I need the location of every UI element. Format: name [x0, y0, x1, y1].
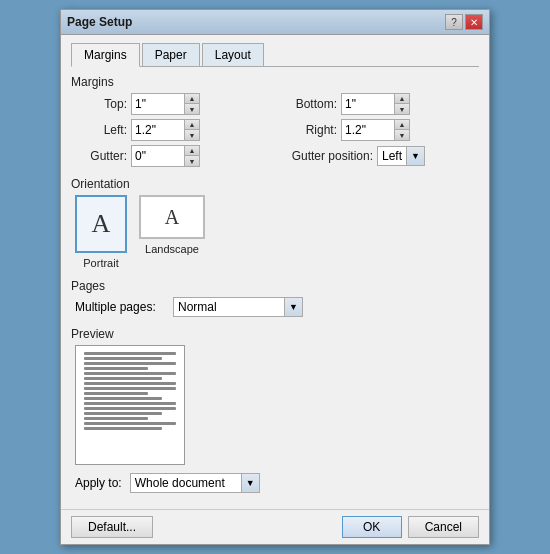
top-input[interactable]	[132, 94, 184, 114]
title-bar: Page Setup ? ✕	[61, 10, 489, 35]
default-button[interactable]: Default...	[71, 516, 153, 538]
multiple-pages-dropdown-arrow[interactable]: ▼	[284, 298, 302, 316]
top-spin-buttons: ▲ ▼	[184, 94, 199, 114]
apply-label: Apply to:	[75, 476, 122, 490]
preview-line-10	[84, 397, 162, 400]
gutter-pos-label: Gutter position:	[285, 149, 373, 163]
landscape-icon: A	[139, 195, 205, 239]
preview-line-6	[84, 377, 162, 380]
apply-dropdown[interactable]: Whole document ▼	[130, 473, 260, 493]
portrait-label: Portrait	[83, 257, 118, 269]
top-field-row: Top: ▲ ▼	[75, 93, 269, 115]
bottom-input[interactable]	[342, 94, 394, 114]
gutter-pos-value: Left	[378, 147, 406, 165]
close-button[interactable]: ✕	[465, 14, 483, 30]
cancel-button[interactable]: Cancel	[408, 516, 479, 538]
multiple-pages-dropdown[interactable]: Normal ▼	[173, 297, 303, 317]
bottom-spin-buttons: ▲ ▼	[394, 94, 409, 114]
preview-line-8	[84, 387, 176, 390]
preview-line-16	[84, 427, 162, 430]
orientation-label: Orientation	[71, 177, 479, 191]
gutter-spin-up[interactable]: ▲	[185, 146, 199, 156]
orientation-buttons: A Portrait A Landscape	[71, 195, 479, 269]
gutter-pos-dropdown-arrow[interactable]: ▼	[406, 147, 424, 165]
preview-line-2	[84, 357, 162, 360]
top-label: Top:	[75, 97, 127, 111]
gutter-label: Gutter:	[75, 149, 127, 163]
apply-dropdown-arrow[interactable]: ▼	[241, 474, 259, 492]
title-bar-controls: ? ✕	[445, 14, 483, 30]
gutter-spin-buttons: ▲ ▼	[184, 146, 199, 166]
right-label: Right:	[285, 123, 337, 137]
margins-grid: Top: ▲ ▼ Bottom: ▲ ▼	[71, 93, 479, 167]
preview-line-9	[84, 392, 148, 395]
preview-line-4	[84, 367, 148, 370]
preview-line-7	[84, 382, 176, 385]
multiple-pages-label: Multiple pages:	[75, 300, 165, 314]
bottom-spin: ▲ ▼	[341, 93, 410, 115]
landscape-a: A	[165, 206, 179, 229]
footer-right: OK Cancel	[342, 516, 479, 538]
page-setup-dialog: Page Setup ? ✕ Margins Paper Layout Marg…	[60, 9, 490, 545]
preview-line-14	[84, 417, 148, 420]
bottom-field-row: Bottom: ▲ ▼	[285, 93, 479, 115]
preview-line-1	[84, 352, 176, 355]
tab-paper[interactable]: Paper	[142, 43, 200, 66]
preview-line-15	[84, 422, 176, 425]
landscape-label: Landscape	[145, 243, 199, 255]
apply-value: Whole document	[131, 474, 241, 492]
preview-line-3	[84, 362, 176, 365]
left-field-row: Left: ▲ ▼	[75, 119, 269, 141]
preview-box	[75, 345, 185, 465]
gutter-pos-field-row: Gutter position: Left ▼	[285, 145, 479, 167]
gutter-spin-down[interactable]: ▼	[185, 156, 199, 166]
dialog-footer: Default... OK Cancel	[61, 509, 489, 544]
help-button[interactable]: ?	[445, 14, 463, 30]
pages-section: Pages Multiple pages: Normal ▼	[71, 279, 479, 317]
pages-section-label: Pages	[71, 279, 479, 293]
tab-margins[interactable]: Margins	[71, 43, 140, 67]
preview-section: Preview	[71, 327, 479, 465]
pages-row: Multiple pages: Normal ▼	[71, 297, 479, 317]
preview-line-11	[84, 402, 176, 405]
left-spin-buttons: ▲ ▼	[184, 120, 199, 140]
dialog-body: Margins Paper Layout Margins Top: ▲ ▼	[61, 35, 489, 509]
landscape-button[interactable]: A Landscape	[139, 195, 205, 269]
portrait-button[interactable]: A Portrait	[75, 195, 127, 269]
right-input[interactable]	[342, 120, 394, 140]
portrait-a: A	[92, 209, 111, 239]
gutter-field-row: Gutter: ▲ ▼	[75, 145, 269, 167]
left-input[interactable]	[132, 120, 184, 140]
bottom-spin-down[interactable]: ▼	[395, 104, 409, 114]
bottom-label: Bottom:	[285, 97, 337, 111]
left-spin-up[interactable]: ▲	[185, 120, 199, 130]
top-spin-down[interactable]: ▼	[185, 104, 199, 114]
top-spin-up[interactable]: ▲	[185, 94, 199, 104]
dialog-title: Page Setup	[67, 15, 132, 29]
right-spin: ▲ ▼	[341, 119, 410, 141]
right-spin-up[interactable]: ▲	[395, 120, 409, 130]
gutter-input[interactable]	[132, 146, 184, 166]
tabs: Margins Paper Layout	[71, 43, 479, 67]
left-spin: ▲ ▼	[131, 119, 200, 141]
portrait-icon: A	[75, 195, 127, 253]
gutter-spin: ▲ ▼	[131, 145, 200, 167]
orientation-section: Orientation A Portrait A Landscape	[71, 177, 479, 269]
margins-section-label: Margins	[71, 75, 479, 89]
preview-line-5	[84, 372, 176, 375]
tab-layout[interactable]: Layout	[202, 43, 264, 66]
right-spin-down[interactable]: ▼	[395, 130, 409, 140]
preview-line-12	[84, 407, 176, 410]
preview-line-13	[84, 412, 162, 415]
ok-button[interactable]: OK	[342, 516, 402, 538]
top-spin: ▲ ▼	[131, 93, 200, 115]
right-field-row: Right: ▲ ▼	[285, 119, 479, 141]
bottom-spin-up[interactable]: ▲	[395, 94, 409, 104]
gutter-pos-dropdown[interactable]: Left ▼	[377, 146, 425, 166]
apply-row: Apply to: Whole document ▼	[71, 473, 479, 493]
left-label: Left:	[75, 123, 127, 137]
multiple-pages-value: Normal	[174, 298, 284, 316]
left-spin-down[interactable]: ▼	[185, 130, 199, 140]
preview-label: Preview	[71, 327, 479, 341]
right-spin-buttons: ▲ ▼	[394, 120, 409, 140]
